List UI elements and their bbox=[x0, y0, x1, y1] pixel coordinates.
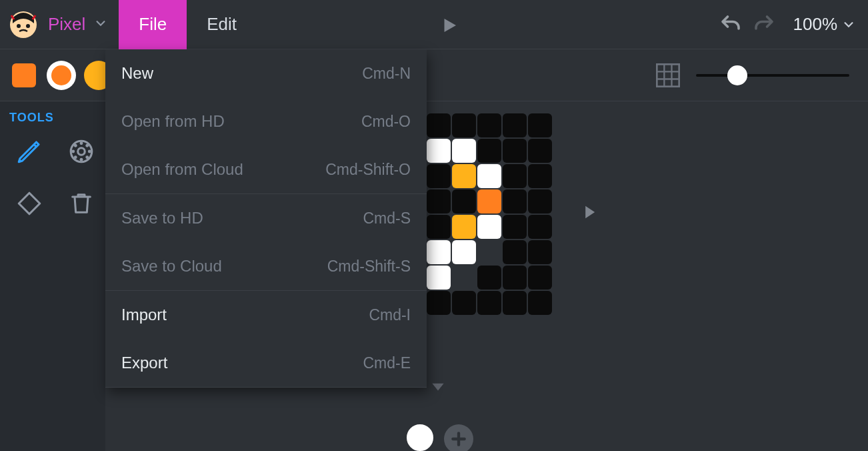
svg-point-13 bbox=[88, 150, 91, 153]
menu-item-open-cloud[interactable]: Open from Cloud Cmd-Shift-O bbox=[105, 145, 427, 193]
menu-item-save-cloud[interactable]: Save to Cloud Cmd-Shift-S bbox=[105, 242, 427, 290]
svg-point-10 bbox=[80, 141, 83, 145]
brand-name: Pixel bbox=[48, 14, 85, 35]
frame-indicator[interactable] bbox=[407, 424, 433, 451]
eraser-tool-icon[interactable] bbox=[9, 183, 49, 223]
settings-gear-icon[interactable] bbox=[61, 131, 101, 171]
menu-item-new[interactable]: New Cmd-N bbox=[105, 49, 427, 97]
menu-item-open-hd[interactable]: Open from HD Cmd-O bbox=[105, 97, 427, 145]
svg-point-9 bbox=[78, 148, 85, 155]
svg-point-12 bbox=[71, 150, 75, 153]
expand-down-icon[interactable] bbox=[427, 378, 449, 398]
color-swatch-primary[interactable] bbox=[12, 63, 36, 87]
chevron-down-icon bbox=[843, 19, 855, 31]
zoom-value: 100% bbox=[793, 14, 838, 35]
slider-thumb[interactable] bbox=[727, 65, 747, 85]
svg-point-2 bbox=[26, 24, 30, 28]
pixel-canvas[interactable] bbox=[427, 101, 552, 315]
pencil-tool-icon[interactable] bbox=[9, 131, 49, 171]
svg-rect-3 bbox=[657, 64, 679, 86]
menu-item-export[interactable]: Export Cmd-E bbox=[105, 339, 427, 387]
add-frame-button[interactable] bbox=[444, 424, 473, 451]
menu-item-save-hd[interactable]: Save to HD Cmd-S bbox=[105, 194, 427, 242]
svg-point-1 bbox=[17, 24, 21, 28]
menu-item-import[interactable]: Import Cmd-I bbox=[105, 291, 427, 339]
tools-heading: TOOLS bbox=[9, 111, 96, 125]
play-icon[interactable] bbox=[435, 11, 464, 40]
svg-point-17 bbox=[85, 155, 89, 159]
svg-point-15 bbox=[85, 144, 89, 147]
file-menu-dropdown: New Cmd-N Open from HD Cmd-O Open from C… bbox=[105, 49, 427, 388]
app-logo bbox=[8, 9, 39, 40]
menu-edit[interactable]: Edit bbox=[187, 0, 257, 49]
color-swatch-ring[interactable] bbox=[47, 61, 76, 90]
menu-separator bbox=[105, 387, 427, 388]
zoom-selector[interactable]: 100% bbox=[793, 14, 855, 35]
svg-point-11 bbox=[80, 158, 83, 161]
zoom-slider[interactable] bbox=[696, 74, 849, 77]
svg-point-16 bbox=[74, 155, 77, 159]
grid-toggle-icon[interactable] bbox=[655, 62, 681, 89]
chevron-down-icon[interactable] bbox=[95, 17, 107, 32]
menu-file[interactable]: File bbox=[119, 0, 187, 49]
undo-icon[interactable] bbox=[716, 10, 745, 39]
svg-point-14 bbox=[74, 144, 77, 147]
redo-icon bbox=[749, 10, 779, 39]
next-frame-icon[interactable] bbox=[580, 200, 599, 227]
trash-tool-icon[interactable] bbox=[61, 183, 101, 223]
